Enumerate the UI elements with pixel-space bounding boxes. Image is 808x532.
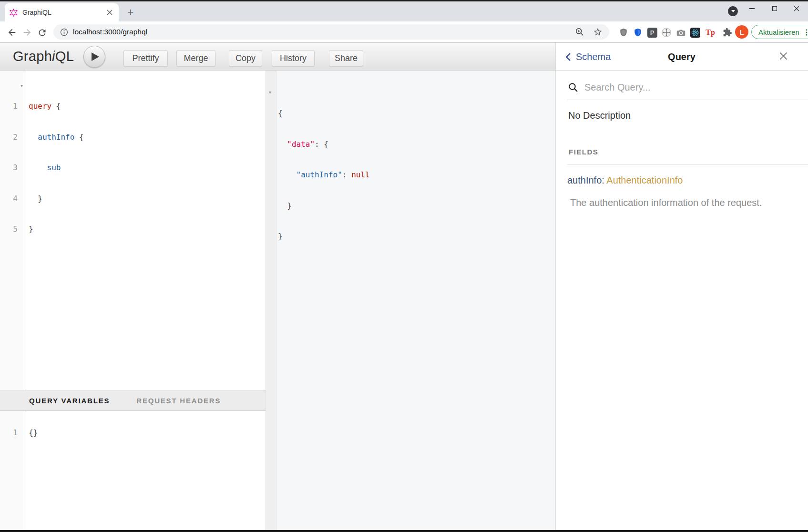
chrome-update-menu-button[interactable]: Aktualisieren ⋮ — [751, 25, 808, 39]
query-code[interactable]: query { authInfo { sub } } — [29, 81, 84, 255]
merge-button[interactable]: Merge — [176, 50, 215, 67]
chevron-down-icon — [731, 10, 735, 12]
window-close-button[interactable] — [787, 2, 806, 15]
doc-field-name-link[interactable]: authInfo — [567, 175, 602, 185]
page-info-icon[interactable] — [60, 28, 68, 36]
url-text[interactable]: localhost:3000/graphql — [73, 28, 575, 36]
extensions-puzzle-icon[interactable] — [722, 27, 733, 38]
new-tab-button[interactable]: + — [124, 6, 137, 19]
copy-button[interactable]: Copy — [229, 50, 262, 67]
zoom-icon[interactable] — [575, 27, 584, 37]
browser-window: GraphiQL + localhost:3000/graphql — [0, 0, 808, 532]
tab-title: GraphiQL — [22, 9, 105, 16]
doc-close-button[interactable] — [777, 50, 789, 62]
code-line: sub — [29, 163, 84, 173]
back-button[interactable] — [5, 26, 19, 39]
variables-code[interactable]: {} — [29, 428, 38, 438]
code-line: } — [278, 201, 370, 211]
maximize-icon — [772, 6, 777, 11]
tab-close-icon[interactable] — [105, 8, 114, 17]
doc-fields-heading: FIELDS — [569, 148, 598, 156]
doc-field-entry: authInfo: AuthenticationInfo — [567, 175, 683, 186]
chevron-left-icon — [565, 52, 571, 61]
doc-fields-divider — [567, 164, 808, 165]
code-line: "data": { — [278, 139, 370, 150]
address-bar[interactable]: localhost:3000/graphql — [53, 24, 609, 40]
doc-field-description: The authentication information of the re… — [570, 197, 762, 208]
window-maximize-button[interactable] — [765, 2, 784, 15]
secondary-editor-tabs: QUERY VARIABLES REQUEST HEADERS — [0, 390, 266, 411]
code-line: authInfo { — [29, 132, 84, 143]
browser-tab[interactable]: GraphiQL — [5, 3, 119, 21]
tab-search-button[interactable] — [728, 6, 738, 16]
doc-back-label: Schema — [576, 51, 611, 62]
profile-avatar[interactable]: L — [735, 25, 748, 39]
react-devtools-extension-icon[interactable] — [689, 27, 701, 38]
result-json: { "data": { "authInfo": null } } — [278, 88, 370, 262]
update-label: Aktualisieren — [758, 28, 799, 36]
window-bottom-edge — [0, 530, 808, 532]
window-minimize-button[interactable] — [742, 2, 761, 15]
bookmark-star-icon[interactable] — [593, 27, 603, 37]
tab-request-headers[interactable]: REQUEST HEADERS — [136, 397, 221, 405]
code-line: } — [29, 194, 84, 204]
close-icon — [794, 6, 799, 11]
bitwarden-extension-icon[interactable] — [632, 27, 644, 38]
graphiql-logo: GraphiQL — [13, 49, 74, 64]
variables-line-number: 1 — [0, 428, 18, 438]
graphql-favicon-icon — [10, 9, 18, 17]
code-line: } — [278, 231, 370, 242]
forward-button[interactable] — [20, 26, 34, 39]
play-icon — [92, 52, 99, 61]
share-button[interactable]: Share — [329, 50, 363, 67]
code-line: "authInfo": null — [278, 170, 370, 180]
pane-resize-divider[interactable] — [266, 71, 276, 530]
result-fold-arrow-icon[interactable]: ▾ — [269, 90, 271, 95]
close-icon — [779, 52, 788, 60]
minimize-icon — [749, 8, 755, 9]
code-line: } — [29, 224, 84, 235]
tab-bar: GraphiQL + — [0, 1, 808, 21]
prettify-button[interactable]: Prettify — [123, 50, 168, 67]
doc-search-input[interactable] — [583, 79, 776, 95]
p-extension-icon[interactable]: P — [646, 27, 658, 38]
doc-field-type-link[interactable]: AuthenticationInfo — [606, 175, 683, 185]
variables-editor[interactable] — [0, 411, 266, 530]
doc-back-link[interactable]: Schema — [565, 48, 611, 66]
reload-button[interactable] — [35, 26, 49, 39]
doc-search-divider — [567, 100, 808, 100]
history-button[interactable]: History — [272, 50, 315, 67]
code-line: { — [278, 108, 370, 119]
camera-extension-icon[interactable] — [675, 27, 686, 38]
kebab-menu-icon: ⋮ — [803, 28, 808, 37]
ublock-extension-icon[interactable] — [618, 27, 629, 38]
search-icon — [568, 82, 579, 95]
execute-query-button[interactable] — [83, 46, 105, 68]
query-line-numbers: 1 2 3 4 5 — [0, 81, 18, 255]
query-fold-arrow-icon[interactable]: ▾ — [20, 83, 23, 88]
tampermonkey-extension-icon[interactable]: Tp — [705, 27, 716, 38]
tab-query-variables[interactable]: QUERY VARIABLES — [29, 397, 110, 405]
doc-header-divider — [555, 70, 808, 71]
code-line: query { — [29, 101, 84, 112]
doc-no-description: No Description — [568, 110, 631, 121]
move-crosshair-extension-icon[interactable] — [661, 27, 672, 38]
